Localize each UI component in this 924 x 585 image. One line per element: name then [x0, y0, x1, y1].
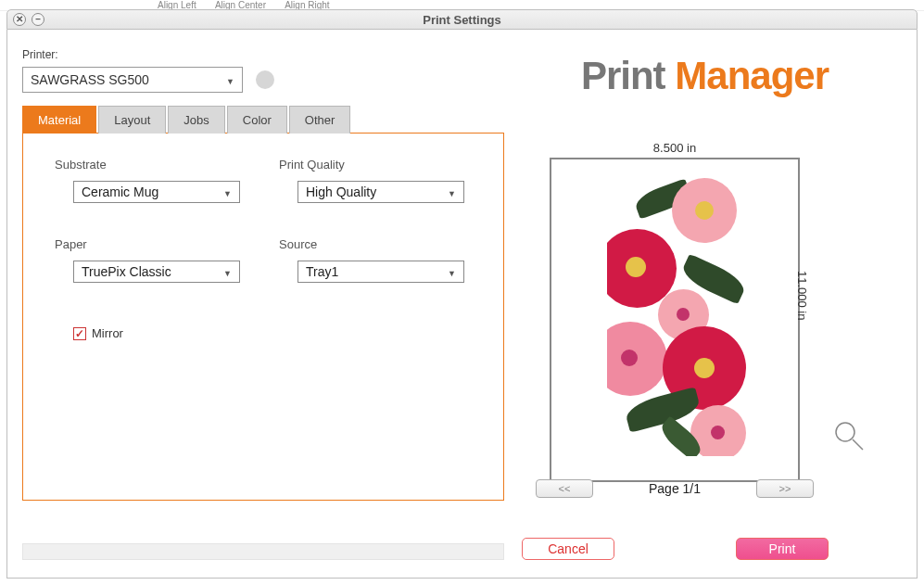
window-title: Print Settings [7, 13, 917, 27]
page-indicator: Page 1/1 [649, 481, 701, 496]
quality-select[interactable]: High Quality ▼ [297, 181, 464, 203]
page-height-label: 11.000 in [795, 271, 809, 321]
next-page-button[interactable]: >> [756, 479, 814, 498]
page-width-label: 8.500 in [536, 141, 814, 155]
cancel-button[interactable]: Cancel [522, 538, 614, 560]
tab-bar: Material Layout Jobs Color Other [22, 106, 352, 134]
tab-jobs[interactable]: Jobs [168, 106, 224, 134]
printer-label: Printer: [22, 48, 58, 61]
checkbox-checked-icon: ✓ [73, 327, 86, 340]
tab-other[interactable]: Other [289, 106, 351, 134]
chevron-down-icon: ▼ [448, 269, 456, 278]
window-body: Printer: SAWGRASS SG500 ▼ Print Manager … [6, 30, 918, 579]
page-preview [550, 158, 800, 482]
paper-label: Paper [55, 237, 87, 251]
artwork-preview [607, 178, 746, 456]
tab-color[interactable]: Color [227, 106, 287, 134]
minimize-icon[interactable]: – [32, 13, 44, 26]
close-icon[interactable]: ✕ [13, 13, 26, 26]
quality-value: High Quality [306, 184, 376, 199]
source-label: Source [279, 237, 317, 251]
printer-select[interactable]: SAWGRASS SG500 ▼ [22, 67, 243, 93]
print-button[interactable]: Print [736, 538, 829, 560]
bottom-bar: Cancel Print [7, 525, 917, 571]
svg-point-0 [836, 423, 854, 441]
svg-line-1 [853, 439, 863, 450]
progress-bar [22, 543, 504, 560]
chevron-down-icon: ▼ [223, 189, 232, 198]
brand-part1: Print [581, 54, 675, 97]
paper-value: TruePix Classic [82, 264, 171, 279]
prev-page-button[interactable]: << [536, 479, 593, 498]
substrate-label: Substrate [55, 158, 107, 172]
mirror-label: Mirror [92, 326, 123, 340]
substrate-select[interactable]: Ceramic Mug ▼ [73, 181, 240, 203]
chevron-down-icon: ▼ [223, 269, 232, 278]
printer-value: SAWGRASS SG500 [31, 72, 149, 87]
quality-label: Print Quality [279, 158, 345, 172]
source-value: Tray1 [306, 264, 338, 279]
substrate-value: Ceramic Mug [82, 184, 158, 199]
printer-status-icon [256, 70, 274, 89]
tab-layout[interactable]: Layout [98, 106, 166, 134]
titlebar: ✕ – Print Settings [6, 9, 918, 30]
zoom-icon[interactable] [832, 419, 866, 452]
brand-part2: Manager [675, 54, 829, 97]
tab-material[interactable]: Material [22, 106, 96, 134]
mirror-checkbox[interactable]: ✓ Mirror [73, 326, 123, 340]
settings-panel: Substrate Ceramic Mug ▼ Print Quality Hi… [22, 133, 504, 501]
brand-logo: Print Manager [581, 54, 829, 98]
preview-area: 8.500 in [536, 141, 814, 482]
page-navigation: << Page 1/1 >> [536, 479, 814, 498]
source-select[interactable]: Tray1 ▼ [297, 261, 464, 283]
paper-select[interactable]: TruePix Classic ▼ [73, 261, 240, 283]
chevron-down-icon: ▼ [226, 77, 234, 86]
chevron-down-icon: ▼ [448, 189, 456, 198]
